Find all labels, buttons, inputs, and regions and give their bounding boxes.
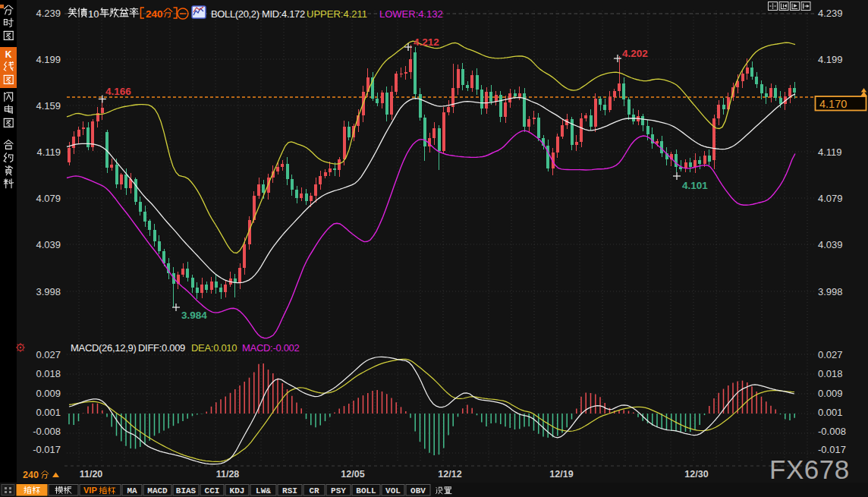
svg-text:VIP: VIP [83,486,97,495]
svg-text:CCI: CCI [205,486,220,495]
svg-text:CR: CR [309,486,319,495]
svg-text:0.009: 0.009 [36,388,61,399]
svg-text:4.239: 4.239 [818,8,843,19]
svg-text:4.119: 4.119 [36,146,61,158]
svg-text:UPPER:4.211: UPPER:4.211 [307,8,367,20]
svg-text:-0.008: -0.008 [818,426,846,437]
svg-text:12/19: 12/19 [549,469,573,480]
svg-text:3.984: 3.984 [181,310,207,321]
svg-text:0.001: 0.001 [818,407,843,418]
svg-text:0.009: 0.009 [818,388,843,399]
svg-text:K: K [5,49,12,60]
svg-text:DIFF:0.009: DIFF:0.009 [138,342,185,354]
svg-text:BOLL(20,2) MID:4.172: BOLL(20,2) MID:4.172 [211,8,305,20]
svg-text:4.199: 4.199 [818,54,843,65]
svg-text:12/05: 12/05 [341,469,364,480]
svg-text:BIAS: BIAS [176,486,197,495]
svg-text:4.119: 4.119 [818,146,842,158]
svg-text:0.027: 0.027 [36,349,61,360]
svg-text:MA: MA [127,486,137,495]
svg-text:12/30: 12/30 [684,469,708,480]
svg-text:FX678: FX678 [769,455,850,484]
svg-text:LOWER:4.132: LOWER:4.132 [379,8,443,20]
svg-text:VOL: VOL [385,486,401,495]
svg-text:240: 240 [23,470,39,480]
svg-text:4.166: 4.166 [105,86,131,97]
svg-text:KDJ: KDJ [230,486,245,495]
svg-text:4.170: 4.170 [819,98,847,110]
svg-text:4.159: 4.159 [36,100,61,112]
svg-text:0.018: 0.018 [818,368,843,379]
svg-text:11/20: 11/20 [80,469,103,480]
svg-text:4.212: 4.212 [414,36,439,48]
svg-text:4.039: 4.039 [36,239,61,250]
svg-text:BOLL: BOLL [356,486,376,495]
svg-text:10: 10 [88,8,99,20]
svg-text:0.027: 0.027 [818,349,843,360]
svg-text:4.079: 4.079 [36,193,61,204]
svg-text:3.998: 3.998 [36,286,61,297]
svg-text:4.239: 4.239 [36,8,61,19]
svg-text:11/28: 11/28 [216,469,240,480]
svg-text:DEA:0.010: DEA:0.010 [191,342,237,354]
svg-text:MACD:-0.002: MACD:-0.002 [242,342,300,354]
svg-text:RSI: RSI [282,486,297,495]
svg-text:4.101: 4.101 [682,180,708,191]
svg-text:OBV: OBV [410,486,426,495]
svg-text:4.199: 4.199 [36,54,61,65]
svg-text:MACD: MACD [147,486,168,495]
svg-text:LW&: LW& [256,486,271,495]
svg-text:0.018: 0.018 [36,368,61,379]
svg-text:3.998: 3.998 [818,286,843,297]
svg-text:0.001: 0.001 [36,407,61,418]
svg-text:4.202: 4.202 [622,48,648,59]
svg-text:PSY: PSY [331,486,346,495]
svg-text:-0.017: -0.017 [818,444,846,455]
svg-text:4.039: 4.039 [818,239,843,250]
svg-text:-0.008: -0.008 [33,426,61,437]
svg-text:4.079: 4.079 [818,193,843,204]
svg-text:240: 240 [146,8,163,20]
svg-text:12/12: 12/12 [438,469,461,480]
svg-text:-0.017: -0.017 [33,444,61,455]
svg-text:MACD(26,12,9): MACD(26,12,9) [71,342,136,354]
